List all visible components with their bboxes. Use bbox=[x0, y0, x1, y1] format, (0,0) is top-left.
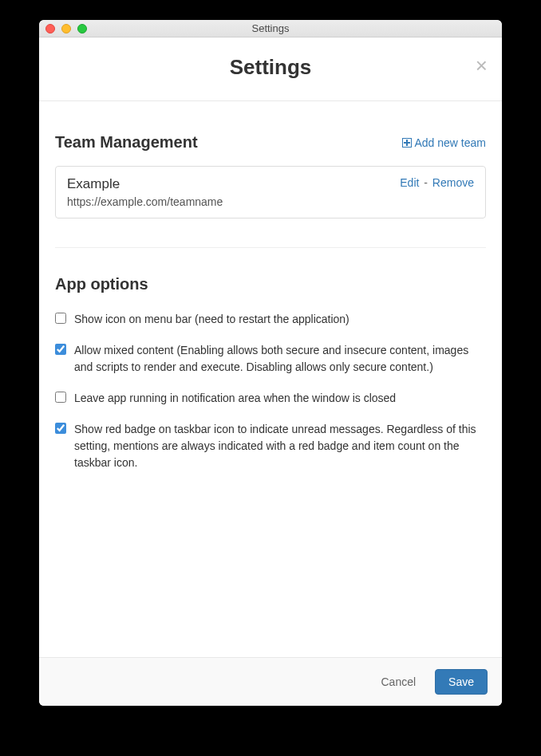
close-window-button[interactable] bbox=[45, 24, 55, 33]
option-label: Show icon on menu bar (need to restart t… bbox=[74, 311, 349, 328]
page-title: Settings bbox=[55, 55, 486, 80]
zoom-window-button[interactable] bbox=[77, 24, 87, 33]
team-management-header: Team Management Add new team bbox=[55, 133, 486, 152]
content-area: Team Management Add new team Example htt… bbox=[39, 101, 502, 657]
footer: Cancel Save bbox=[39, 657, 502, 706]
add-new-team-label: Add new team bbox=[415, 136, 487, 149]
settings-window: Settings Settings × Team Management Add … bbox=[39, 20, 502, 706]
window-controls bbox=[45, 24, 87, 33]
option-label: Show red badge on taskbar icon to indica… bbox=[74, 421, 486, 471]
edit-team-link[interactable]: Edit bbox=[400, 176, 419, 189]
page-header: Settings × bbox=[39, 37, 502, 101]
window-title: Settings bbox=[39, 22, 502, 34]
option-leave-running-checkbox[interactable] bbox=[55, 392, 66, 403]
team-url: https://example.com/teamname bbox=[67, 195, 223, 208]
option-allow-mixed-content-checkbox[interactable] bbox=[55, 344, 66, 355]
option-show-red-badge[interactable]: Show red badge on taskbar icon to indica… bbox=[55, 421, 486, 471]
save-button[interactable]: Save bbox=[435, 669, 488, 695]
option-show-menu-bar-icon[interactable]: Show icon on menu bar (need to restart t… bbox=[55, 311, 486, 328]
app-options-section: App options Show icon on menu bar (need … bbox=[55, 275, 486, 471]
option-show-menu-bar-icon-checkbox[interactable] bbox=[55, 313, 66, 324]
app-options-heading: App options bbox=[55, 275, 486, 293]
plus-square-icon bbox=[402, 138, 412, 148]
team-actions: Edit - Remove bbox=[400, 176, 474, 189]
cancel-button[interactable]: Cancel bbox=[369, 669, 427, 695]
minimize-window-button[interactable] bbox=[61, 24, 71, 33]
action-separator: - bbox=[421, 176, 430, 189]
option-show-red-badge-checkbox[interactable] bbox=[55, 423, 66, 434]
remove-team-link[interactable]: Remove bbox=[432, 176, 474, 189]
section-divider bbox=[55, 247, 486, 248]
titlebar: Settings bbox=[39, 20, 502, 37]
team-row: Example https://example.com/teamname Edi… bbox=[55, 166, 486, 219]
option-label: Allow mixed content (Enabling allows bot… bbox=[74, 342, 486, 376]
close-icon[interactable]: × bbox=[476, 55, 488, 76]
option-label: Leave app running in notification area w… bbox=[74, 390, 396, 407]
add-new-team-link[interactable]: Add new team bbox=[402, 136, 487, 149]
option-allow-mixed-content[interactable]: Allow mixed content (Enabling allows bot… bbox=[55, 342, 486, 376]
option-leave-running[interactable]: Leave app running in notification area w… bbox=[55, 390, 486, 407]
team-name: Example bbox=[67, 176, 223, 192]
team-info: Example https://example.com/teamname bbox=[67, 176, 223, 208]
team-management-heading: Team Management bbox=[55, 133, 198, 152]
